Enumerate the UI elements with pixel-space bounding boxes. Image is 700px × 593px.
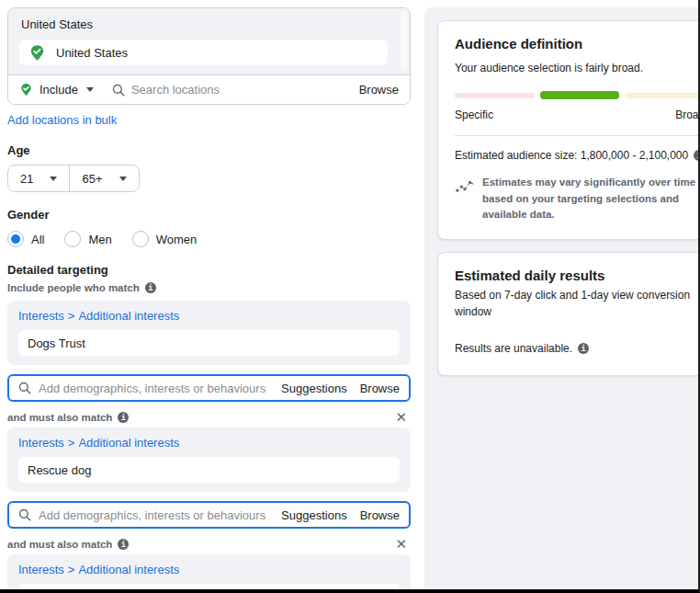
include-dropdown-label: Include [40, 83, 78, 97]
location-pin-icon [19, 83, 33, 97]
browse-button[interactable]: Browse [360, 382, 400, 395]
locations-scrollbar[interactable] [401, 11, 408, 72]
browse-button[interactable]: Browse [360, 508, 400, 522]
age-max-dropdown[interactable]: 65+ [70, 165, 138, 191]
interest-tag[interactable]: Rescue dog [18, 457, 400, 483]
radio-unselected-icon [64, 231, 81, 247]
info-icon[interactable]: i [118, 539, 129, 550]
breadcrumb: Interests>Additional interests [18, 436, 400, 450]
selected-location-item[interactable]: United States [19, 40, 388, 65]
targeting-group: Interests>Additional interests Rescue do… [7, 428, 411, 492]
age-range-control: 21 65+ [7, 165, 140, 192]
narrow-audience-row: and must also match i ✕ [7, 535, 411, 553]
audience-definition-card: Audience definition Your audience select… [437, 20, 700, 240]
meter-labels: Specific Broad [455, 108, 700, 121]
daily-results-status: Results are unavailable. i [455, 342, 700, 355]
daily-results-title: Estimated daily results [455, 268, 700, 283]
info-icon[interactable]: i [145, 282, 156, 293]
breadcrumb: Interests>Additional interests [18, 309, 400, 323]
breadcrumb-additional-interests-link[interactable]: Additional interests [78, 563, 179, 576]
detailed-targeting-search-input[interactable]: Add demographics, interests or behaviour… [39, 382, 274, 395]
detailed-targeting-search-input[interactable]: Add demographics, interests or behaviour… [39, 508, 274, 522]
breadcrumb-interests-link[interactable]: Interests [18, 309, 64, 323]
chevron-down-icon [50, 177, 57, 181]
audience-sidebar: Audience definition Your audience select… [424, 7, 700, 589]
radio-selected-icon [7, 231, 24, 247]
age-min-dropdown[interactable]: 21 [8, 165, 69, 191]
radio-unselected-icon [132, 231, 149, 247]
add-locations-bulk-link[interactable]: Add locations in bulk [7, 113, 117, 127]
breadcrumb-additional-interests-link[interactable]: Additional interests [78, 436, 179, 450]
info-icon[interactable]: i [118, 412, 129, 423]
detailed-targeting-search: Add demographics, interests or behaviour… [7, 501, 411, 529]
chevron-down-icon [119, 177, 127, 181]
estimated-daily-results-card: Estimated daily results Based on 7-day c… [437, 252, 700, 376]
gender-option-men[interactable]: Men [64, 231, 111, 247]
gender-option-women[interactable]: Women [132, 231, 198, 247]
detailed-targeting-label: Detailed targeting [7, 263, 411, 277]
breadcrumb: Interests>Additional interests [18, 563, 400, 576]
include-people-who-match-label: Include people who match i [7, 282, 411, 293]
age-label: Age [7, 143, 411, 157]
breadcrumb-interests-link[interactable]: Interests [18, 563, 64, 576]
estimated-audience-size: Estimated audience size: 1,800,000 - 2,1… [455, 149, 700, 162]
audience-definition-subtitle: Your audience selection is fairly broad. [455, 61, 700, 76]
age-min-value: 21 [20, 172, 33, 186]
selected-locations-area: United States United States [8, 8, 410, 75]
locations-group-label: United States [21, 17, 399, 31]
breadcrumb-separator: > [68, 563, 75, 576]
search-icon [112, 84, 125, 97]
trend-chart-icon [455, 178, 475, 194]
estimate-disclaimer: Estimates may vary significantly over ti… [455, 175, 700, 222]
audience-definition-title: Audience definition [455, 36, 700, 51]
meter-label-broad: Broad [675, 108, 700, 121]
locations-browse-button[interactable]: Browse [359, 83, 399, 97]
chevron-down-icon [86, 87, 94, 92]
search-icon [18, 508, 31, 521]
targeting-column: United States United States [0, 0, 424, 589]
meter-segment-active [540, 91, 620, 99]
info-icon[interactable]: i [694, 150, 700, 161]
meter-segment-broad [625, 93, 700, 98]
gender-label: Gender [7, 208, 411, 222]
close-icon[interactable]: ✕ [391, 535, 411, 553]
breadcrumb-separator: > [68, 436, 75, 450]
and-must-also-match-label: and must also match i [7, 539, 129, 550]
gender-option-label: Men [88, 233, 111, 246]
meter-label-specific: Specific [455, 108, 493, 121]
selected-location-name: United States [56, 46, 128, 60]
locations-widget: United States United States [7, 7, 411, 105]
ads-targeting-screen: United States United States [0, 0, 700, 593]
gender-option-label: Women [156, 233, 198, 246]
interest-tag[interactable]: Dogs Trust [18, 330, 400, 356]
location-search-input[interactable]: Search locations [131, 83, 220, 97]
and-must-also-match-label: and must also match i [7, 412, 129, 423]
location-pin-check-icon [28, 44, 46, 62]
gender-option-label: All [31, 233, 44, 246]
breadcrumb-interests-link[interactable]: Interests [18, 436, 64, 450]
info-icon[interactable]: i [578, 343, 589, 354]
gender-radio-group: All Men Women [7, 231, 411, 247]
audience-broadness-meter [455, 91, 700, 99]
detailed-targeting-search: Add demographics, interests or behaviour… [7, 374, 411, 402]
suggestions-button[interactable]: Suggestions [281, 382, 347, 395]
location-search-row: Include Search locations Browse [8, 75, 410, 104]
breadcrumb-separator: > [68, 309, 75, 323]
suggestions-button[interactable]: Suggestions [281, 508, 347, 522]
daily-results-subtitle: Based on 7-day click and 1-day view conv… [455, 288, 700, 320]
breadcrumb-additional-interests-link[interactable]: Additional interests [78, 309, 179, 323]
meter-segment-specific [455, 93, 535, 98]
close-icon[interactable]: ✕ [391, 408, 411, 426]
narrow-audience-row: and must also match i ✕ [7, 408, 411, 426]
search-icon [18, 382, 31, 394]
gender-option-all[interactable]: All [7, 231, 44, 247]
interest-tag[interactable]: Royal Canin [18, 584, 400, 593]
targeting-group: Interests>Additional interests Royal Can… [7, 554, 411, 593]
age-max-value: 65+ [82, 172, 102, 186]
include-dropdown[interactable]: Include [40, 83, 94, 97]
card-divider [455, 135, 700, 136]
targeting-group: Interests>Additional interests Dogs Trus… [7, 301, 411, 365]
